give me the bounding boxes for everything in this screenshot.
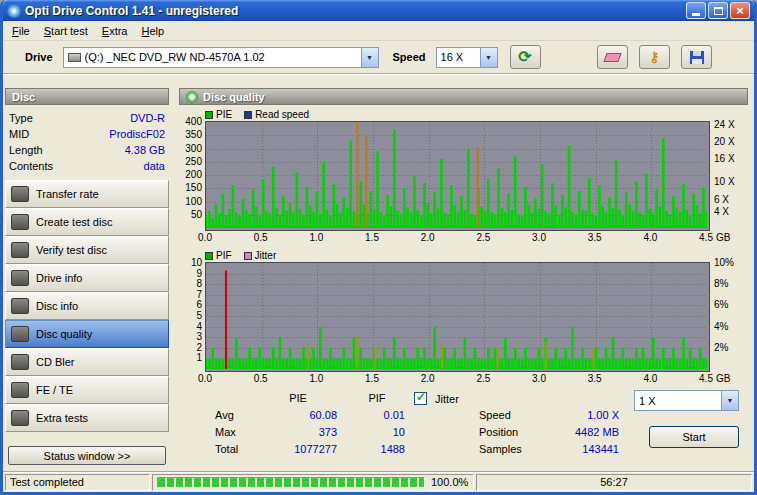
speed-stat-label: Speed bbox=[479, 409, 511, 421]
title-bar[interactable]: Opti Drive Control 1.41 - unregistered × bbox=[3, 0, 754, 21]
pif-plot-area bbox=[205, 262, 710, 372]
position-label: Position bbox=[479, 426, 518, 438]
refresh-icon: ⟳ bbox=[518, 49, 531, 65]
sidebar-item-disc-quality[interactable]: Disc quality bbox=[5, 320, 169, 348]
sidebar-item-disc-info[interactable]: Disc info bbox=[5, 292, 169, 320]
menu-bar: File Start test Extra Help bbox=[3, 21, 754, 41]
close-button[interactable]: × bbox=[730, 2, 750, 19]
disc-quality-title: Disc quality bbox=[203, 91, 265, 103]
test-speed-select[interactable]: 1 X ▼ bbox=[634, 390, 739, 411]
save-button[interactable] bbox=[681, 45, 712, 69]
disc-info-row: Type DVD-R bbox=[9, 110, 165, 126]
app-icon bbox=[7, 4, 21, 18]
sidebar-item-extra-tests[interactable]: Extra tests bbox=[5, 404, 169, 432]
disc-info-row: Length 4.38 GB bbox=[9, 142, 165, 158]
sidebar-item-transfer-rate[interactable]: Transfer rate bbox=[5, 180, 169, 208]
pie-column-header: PIE bbox=[259, 392, 337, 404]
disc-info-icon bbox=[11, 298, 29, 314]
max-pif-value: 10 bbox=[349, 426, 405, 438]
menu-file[interactable]: File bbox=[5, 23, 37, 39]
disc-contents-label: Contents bbox=[9, 160, 53, 172]
sidebar-item-fe-te[interactable]: FE / TE bbox=[5, 376, 169, 404]
pie-chart-legend: PIERead speed bbox=[205, 108, 748, 121]
register-button[interactable]: ⚷ bbox=[639, 45, 670, 69]
pif-column-header: PIF bbox=[349, 392, 405, 404]
disc-length-value: 4.38 GB bbox=[125, 144, 165, 156]
chevron-down-icon[interactable]: ▼ bbox=[721, 391, 738, 410]
avg-pie-value: 60.08 bbox=[259, 409, 337, 421]
pie-y-axis-left: 40035030025020015010050 bbox=[179, 121, 205, 231]
minimize-button[interactable] bbox=[686, 2, 706, 19]
disc-panel-header: Disc bbox=[5, 88, 169, 105]
total-pie-value: 1077277 bbox=[259, 443, 337, 455]
disc-contents-value: data bbox=[144, 160, 165, 172]
jitter-legend-swatch bbox=[244, 252, 252, 260]
verify-test-disc-icon bbox=[11, 242, 29, 258]
status-window-button[interactable]: Status window >> bbox=[8, 446, 166, 465]
eraser-icon bbox=[603, 53, 621, 62]
disc-panel-title: Disc bbox=[12, 91, 35, 103]
status-window-label: Status window >> bbox=[44, 450, 131, 462]
fe-te-icon bbox=[11, 382, 29, 398]
sidebar-item-label: Drive info bbox=[36, 272, 82, 284]
sidebar-item-label: Create test disc bbox=[36, 216, 112, 228]
extra-tests-icon bbox=[11, 410, 29, 426]
pie-plot-area bbox=[205, 121, 710, 231]
speed-value: 16 X bbox=[437, 51, 480, 63]
speed-stat-value: 1.00 X bbox=[547, 409, 619, 421]
pie-chart: PIERead speed 40035030025020015010050 24… bbox=[179, 108, 748, 244]
pif-legend-swatch bbox=[205, 252, 213, 260]
check-icon: ✓ bbox=[416, 390, 426, 404]
progress-fill bbox=[158, 478, 424, 487]
main-panel: Disc quality PIERead speed 4003503002502… bbox=[171, 74, 754, 471]
drive-select[interactable]: (Q:) _NEC DVD_RW ND-4570A 1.02 ▼ bbox=[63, 47, 379, 68]
samples-value: 143441 bbox=[547, 443, 619, 455]
jitter-label: Jitter bbox=[435, 393, 459, 405]
toolbar: Drive (Q:) _NEC DVD_RW ND-4570A 1.02 ▼ S… bbox=[3, 41, 754, 74]
chevron-down-icon[interactable]: ▼ bbox=[361, 48, 378, 67]
sidebar-item-label: FE / TE bbox=[36, 384, 73, 396]
pie-legend-swatch bbox=[205, 111, 213, 119]
sidebar-item-cd-bler[interactable]: CD Bler bbox=[5, 348, 169, 376]
total-pif-value: 1488 bbox=[349, 443, 405, 455]
disc-quality-header: Disc quality bbox=[179, 88, 748, 105]
disc-type-label: Type bbox=[9, 112, 33, 124]
start-button-label: Start bbox=[682, 431, 705, 443]
avg-pif-value: 0.01 bbox=[349, 409, 405, 421]
menu-extra[interactable]: Extra bbox=[95, 23, 135, 39]
start-button[interactable]: Start bbox=[649, 426, 739, 448]
progress-percent: 100.0% bbox=[431, 476, 468, 488]
pif-x-axis: 0.00.51.01.52.02.53.03.54.04.5GB bbox=[205, 372, 725, 385]
sidebar-item-drive-info[interactable]: Drive info bbox=[5, 264, 169, 292]
refresh-button[interactable]: ⟳ bbox=[510, 45, 541, 69]
elapsed-time: 56:27 bbox=[600, 476, 628, 488]
create-test-disc-icon bbox=[11, 214, 29, 230]
pif-y-axis-left: 10987654321 bbox=[179, 262, 205, 372]
disc-quality-nav-icon bbox=[11, 326, 29, 342]
progress-bar bbox=[157, 477, 425, 488]
elapsed-time-cell: 56:27 bbox=[476, 474, 752, 491]
menu-help[interactable]: Help bbox=[134, 23, 171, 39]
sidebar-item-create-test-disc[interactable]: Create test disc bbox=[5, 208, 169, 236]
window-title: Opti Drive Control 1.41 - unregistered bbox=[25, 4, 686, 18]
erase-button[interactable] bbox=[597, 45, 628, 69]
avg-label: Avg bbox=[215, 409, 234, 421]
disc-type-value: DVD-R bbox=[130, 112, 165, 124]
speed-select[interactable]: 16 X ▼ bbox=[436, 47, 498, 68]
maximize-button[interactable] bbox=[708, 2, 728, 19]
samples-label: Samples bbox=[479, 443, 522, 455]
sidebar-item-verify-test-disc[interactable]: Verify test disc bbox=[5, 236, 169, 264]
speed-label: Speed bbox=[393, 51, 426, 63]
position-value: 4482 MB bbox=[547, 426, 619, 438]
sidebar-item-label: CD Bler bbox=[36, 356, 75, 368]
max-label: Max bbox=[215, 426, 236, 438]
menu-start-test[interactable]: Start test bbox=[37, 23, 95, 39]
total-label: Total bbox=[215, 443, 238, 455]
chevron-down-icon[interactable]: ▼ bbox=[480, 48, 497, 67]
jitter-checkbox[interactable]: ✓ bbox=[414, 392, 427, 405]
progress-cell: 100.0% bbox=[152, 474, 474, 491]
status-text: Test completed bbox=[5, 474, 150, 491]
maximize-icon bbox=[714, 7, 723, 15]
disc-quality-icon bbox=[186, 91, 198, 103]
read-speed-legend-swatch bbox=[244, 111, 252, 119]
